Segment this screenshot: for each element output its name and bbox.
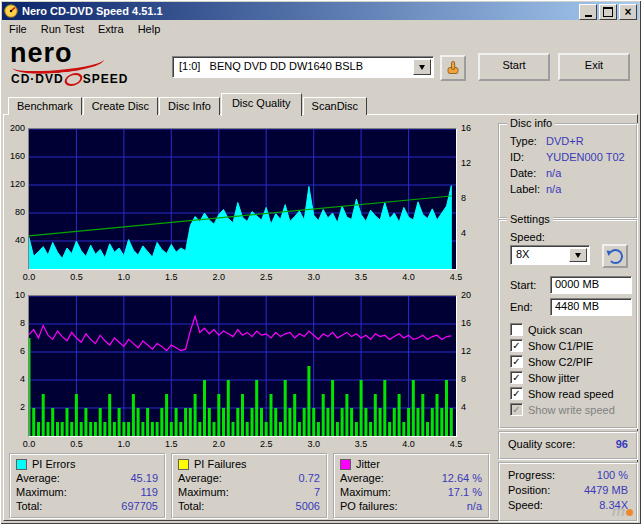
axis-tick-label: 16 [461,123,485,134]
quality-score-value: 96 [616,438,628,450]
exit-button[interactable]: Exit [558,53,630,81]
stat-value: 45.19 [130,471,158,485]
speed-select-value: 8X [516,248,529,260]
axis-tick-label: 8 [7,318,25,329]
axis-tick-label: 12 [461,346,485,357]
menu-run-test[interactable]: Run Test [34,21,91,37]
drive-select-value: [1:0] BENQ DVD DD DW1640 BSLB [179,60,363,72]
title-bar[interactable]: Nero CD-DVD Speed 4.51.1 × [2,2,639,20]
axis-tick-label: 3.5 [350,272,372,283]
checkbox-box: ✓ [510,339,523,352]
start-button[interactable]: Start [478,53,550,81]
menu-file[interactable]: File [2,21,34,37]
chevron-down-icon [419,65,425,70]
disc-id-value: YUDEN000 T02 [546,151,625,163]
tab-create-disc[interactable]: Create Disc [83,97,158,115]
axis-tick-label: 2.5 [255,272,277,283]
menu-extra[interactable]: Extra [91,21,131,37]
minimize-button[interactable] [579,4,597,20]
stat-value: 0.72 [299,471,320,485]
axis-tick-label: 0.5 [65,272,87,283]
pie-chart: 40801201602004812160.00.51.01.52.02.53.0… [7,123,491,285]
nero-logo: nero CD·DVD SPEED [10,40,170,88]
axis-tick-label: 1.0 [113,439,135,450]
speed-label: Speed: [510,231,545,243]
disc-info-group: Disc info Type: DVD+R ID: YUDEN000 T02 D… [498,123,638,219]
drive-select-dropdown-button[interactable] [413,59,431,75]
axis-tick-label: 0.0 [18,272,40,283]
scan-end-label: End: [510,301,533,313]
axis-tick-label: 1.5 [160,439,182,450]
stat-value: n/a [467,499,482,513]
disc-id-label: ID: [510,151,524,163]
refresh-icon [608,249,623,264]
pi-errors-legend-swatch [16,459,27,470]
pi-errors-stats: PI Errors Average:45.19 Maximum:119 Tota… [9,453,166,519]
axis-tick-label: 2.0 [208,439,230,450]
axis-tick-label: 12 [461,158,485,169]
tab-scandisc[interactable]: ScanDisc [303,97,367,115]
axis-tick-label: 200 [7,123,25,134]
stat-label: PO failures: [340,499,397,513]
tab-disc-info[interactable]: Disc Info [159,97,220,115]
show-jitter-checkbox[interactable]: ✓ Show jitter [510,371,579,384]
stat-value: 17.1 % [448,485,482,499]
speed-select-dropdown-button[interactable] [569,248,587,262]
scan-speed-label: Speed: [508,499,543,511]
progress-value: 100 % [597,469,628,481]
axis-tick-label: 4.0 [398,439,420,450]
eject-hand-button[interactable] [440,55,466,81]
stat-label: Average: [16,471,60,485]
pif-jitter-chart-plot [28,295,457,437]
disc-type-value: DVD+R [546,135,584,147]
axis-tick-label: 120 [7,179,25,190]
menu-bar: File Run Test Extra Help [2,20,639,38]
close-button[interactable]: × [619,4,637,20]
stat-value: 5006 [296,499,320,513]
settings-group: Settings Speed: 8X Start: 0000 MB End: 4… [498,219,638,429]
checkbox-box [510,323,523,336]
disc-label-value: n/a [546,183,561,195]
checkbox-box: ✓ [510,387,523,400]
tab-strip: Benchmark Create Disc Disc Info Disc Qua… [8,97,368,115]
speed-select[interactable]: 8X [510,245,590,265]
axis-tick-label: 8 [461,193,485,204]
scan-end-field[interactable]: 4480 MB [550,298,632,316]
stat-label: Total: [178,499,204,513]
disc-date-label: Date: [510,167,536,179]
checkbox-label: Show write speed [528,404,615,416]
show-c1-pie-checkbox[interactable]: ✓ Show C1/PIE [510,339,593,352]
pi-failures-legend-swatch [178,459,189,470]
pi-errors-title: PI Errors [32,458,75,470]
show-read-speed-checkbox[interactable]: ✓ Show read speed [510,387,614,400]
menu-help[interactable]: Help [131,21,168,37]
stat-label: Maximum: [340,485,391,499]
stat-label: Maximum: [16,485,67,499]
tab-disc-quality[interactable]: Disc Quality [221,93,302,116]
axis-tick-label: 80 [7,207,25,218]
tab-benchmark[interactable]: Benchmark [8,97,82,115]
drive-select[interactable]: [1:0] BENQ DVD DD DW1640 BSLB [172,56,434,78]
pi-failures-title: PI Failures [194,458,247,470]
stat-value: 7 [314,485,320,499]
app-window: Nero CD-DVD Speed 4.51.1 × File Run Test… [0,0,641,524]
watermark-dot-icon [626,509,633,516]
axis-tick-label: 4.5 [445,439,467,450]
checkbox-box: ✓ [510,355,523,368]
axis-tick-label: 20 [461,290,485,301]
show-c2-pif-checkbox[interactable]: ✓ Show C2/PIF [510,355,593,368]
scan-start-field[interactable]: 0000 MB [550,276,632,294]
axis-tick-label: 3.5 [350,439,372,450]
hand-icon [445,60,461,76]
pif-jitter-chart: 246810481216200.00.51.01.52.02.53.03.54.… [7,290,491,452]
quick-scan-checkbox[interactable]: Quick scan [510,323,582,336]
disc-label-label: Label: [510,183,540,195]
minimize-icon [585,15,592,17]
axis-tick-label: 2.0 [208,272,230,283]
chevron-down-icon [575,253,581,258]
axis-tick-label: 1.0 [113,272,135,283]
refresh-button[interactable] [602,244,628,268]
logo-speed-text: SPEED [83,72,129,86]
maximize-button[interactable] [599,4,617,20]
checkbox-label: Quick scan [528,324,582,336]
